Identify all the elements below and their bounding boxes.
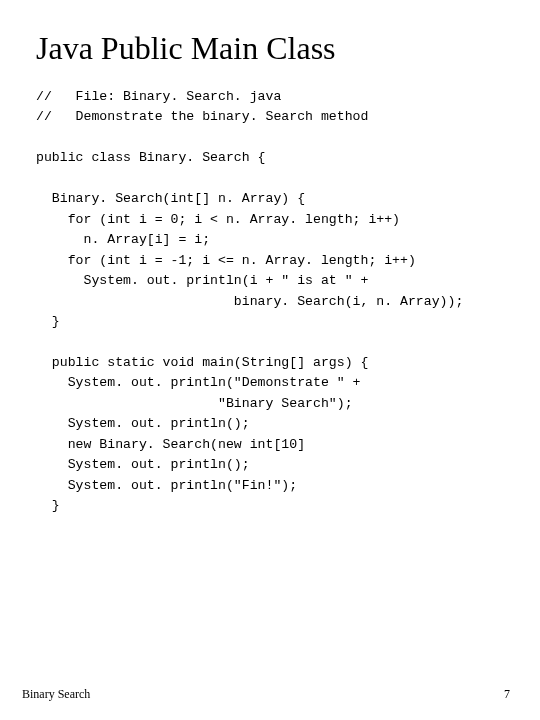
code-line: } [36, 314, 60, 329]
code-line: binary. Search(i, n. Array)); [36, 294, 463, 309]
code-line: // File: Binary. Search. java [36, 89, 281, 104]
slide-title: Java Public Main Class [36, 30, 510, 67]
code-line: System. out. println(); [36, 457, 250, 472]
slide: Java Public Main Class // File: Binary. … [0, 0, 540, 720]
code-line: public class Binary. Search { [36, 150, 266, 165]
code-line: // Demonstrate the binary. Search method [36, 109, 368, 124]
code-line: } [36, 498, 60, 513]
code-block: // File: Binary. Search. java // Demonst… [36, 87, 510, 517]
code-line: System. out. println(i + " is at " + [36, 273, 368, 288]
code-line: new Binary. Search(new int[10] [36, 437, 305, 452]
code-line: n. Array[i] = i; [36, 232, 210, 247]
footer-left: Binary Search [22, 687, 90, 702]
code-line: "Binary Search"); [36, 396, 353, 411]
code-line: Binary. Search(int[] n. Array) { [36, 191, 305, 206]
code-line: for (int i = -1; i <= n. Array. length; … [36, 253, 416, 268]
code-line: System. out. println("Demonstrate " + [36, 375, 360, 390]
footer: Binary Search 7 [22, 687, 510, 702]
code-line: System. out. println(); [36, 416, 250, 431]
code-line: public static void main(String[] args) { [36, 355, 368, 370]
code-line: for (int i = 0; i < n. Array. length; i+… [36, 212, 400, 227]
code-line: System. out. println("Fin!"); [36, 478, 297, 493]
page-number: 7 [504, 687, 510, 702]
